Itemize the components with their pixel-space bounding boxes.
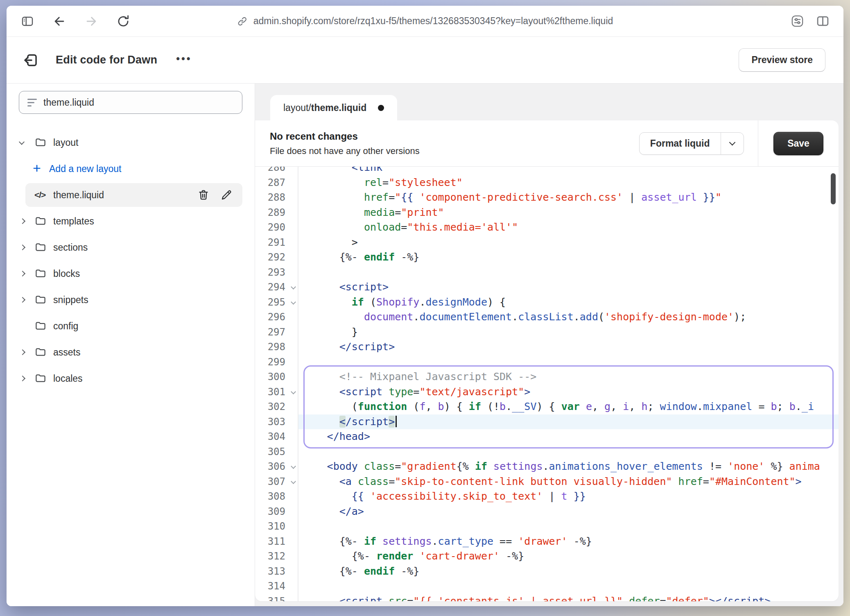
code-line-315[interactable]: <script src="{{ 'constants.js' | asset_u… <box>298 594 839 602</box>
code-line-294[interactable]: <script> <box>298 280 839 295</box>
code-line-310[interactable] <box>298 519 839 534</box>
code-line-307[interactable]: <a class="skip-to-content-link button vi… <box>298 474 839 489</box>
back-icon[interactable] <box>52 14 66 28</box>
code-line-304[interactable]: </head> <box>298 429 839 444</box>
sidebar-item-layout[interactable]: layout <box>7 129 255 156</box>
chevron-down-icon[interactable] <box>20 140 34 145</box>
preview-store-button[interactable]: Preview store <box>739 48 825 72</box>
code-line-306[interactable]: <body class="gradient{% if settings.anim… <box>298 459 839 474</box>
gutter-line-297: 297 <box>255 325 298 340</box>
chevron-right-icon[interactable] <box>20 245 34 249</box>
scrollbar-thumb[interactable] <box>831 173 836 204</box>
code-line-313[interactable]: {%- endif -%} <box>298 564 839 579</box>
line-number-gutter: 2862872882892902912922932942952962972982… <box>255 167 298 601</box>
chevron-right-icon[interactable] <box>20 272 34 276</box>
gutter-line-286: 286 <box>255 167 298 175</box>
save-button[interactable]: Save <box>773 132 823 155</box>
code-line-290[interactable]: onload="this.media='all'" <box>298 220 839 235</box>
address-bar[interactable]: admin.shopify.com/store/rzq1xu-f5/themes… <box>237 6 613 36</box>
trash-icon[interactable] <box>197 189 210 201</box>
sidebar-item-blocks[interactable]: blocks <box>7 260 255 287</box>
code-line-297[interactable]: } <box>298 325 839 340</box>
changes-subtext: File does not have any other versions <box>270 146 639 156</box>
sidebar-item-add-a-new-layout[interactable]: +Add a new layout <box>7 156 255 182</box>
code-line-314[interactable] <box>298 579 839 594</box>
code-line-287[interactable]: rel="stylesheet" <box>298 175 839 190</box>
more-actions-button[interactable]: ••• <box>176 53 192 65</box>
chevron-right-icon[interactable] <box>20 298 34 302</box>
editor-panel: No recent changes File does not have any… <box>255 120 839 601</box>
sidebar-item-sections[interactable]: sections <box>7 234 255 260</box>
fold-chevron-icon[interactable] <box>291 389 296 394</box>
sidebar-toggle-icon[interactable] <box>20 14 34 28</box>
plus-icon: + <box>33 161 49 175</box>
file-tree: layout+Add a new layout</>theme.liquidte… <box>7 129 255 392</box>
tab-label: layout/theme.liquid <box>283 102 366 113</box>
sidebar-item-templates[interactable]: templates <box>7 208 255 234</box>
file-filter-input[interactable] <box>43 97 234 108</box>
sidebar-item-locales[interactable]: locales <box>7 365 255 392</box>
code-line-305[interactable] <box>298 444 839 460</box>
tab-theme-liquid[interactable]: layout/theme.liquid <box>270 95 397 120</box>
app-header: Edit code for Dawn ••• Preview store <box>7 37 843 84</box>
code-line-296[interactable]: document.documentElement.classList.add('… <box>298 310 839 325</box>
editor-content: layout/theme.liquid No recent changes Fi… <box>255 84 843 606</box>
sidebar-item-config[interactable]: config <box>7 313 255 339</box>
folder-icon <box>34 267 53 280</box>
format-liquid-button[interactable]: Format liquid <box>640 133 721 154</box>
pencil-icon[interactable] <box>220 189 233 201</box>
page-settings-icon[interactable] <box>790 14 804 28</box>
desktop-background: admin.shopify.com/store/rzq1xu-f5/themes… <box>0 0 850 616</box>
code-line-292[interactable]: {%- endif -%} <box>298 250 839 265</box>
code-line-286[interactable]: <link <box>298 167 839 175</box>
fold-chevron-icon[interactable] <box>291 479 296 484</box>
code-line-309[interactable]: </a> <box>298 504 839 519</box>
sidebar-item-assets[interactable]: assets <box>7 339 255 365</box>
gutter-line-301: 301 <box>255 385 298 400</box>
folder-icon <box>34 372 53 385</box>
code-line-308[interactable]: {{ 'accessibility.skip_to_text' | t }} <box>298 489 839 504</box>
code-line-301[interactable]: <script type="text/javascript"> <box>298 385 839 400</box>
changes-heading: No recent changes <box>270 131 639 142</box>
gutter-line-288: 288 <box>255 190 298 205</box>
gutter-line-312: 312 <box>255 549 298 564</box>
sidebar-item-theme-liquid[interactable]: </>theme.liquid <box>25 183 242 207</box>
file-actions <box>197 189 233 201</box>
sidebar-item-snippets[interactable]: snippets <box>7 287 255 313</box>
gutter-line-310: 310 <box>255 519 298 534</box>
code-line-311[interactable]: {%- if settings.cart_type == 'drawer' -%… <box>298 534 839 549</box>
chevron-right-icon[interactable] <box>20 219 34 223</box>
code-line-291[interactable]: > <box>298 235 839 250</box>
fold-chevron-icon[interactable] <box>291 284 296 290</box>
code-line-288[interactable]: href="{{ 'component-predictive-search.cs… <box>298 190 839 205</box>
gutter-line-290: 290 <box>255 220 298 235</box>
code-line-302[interactable]: (function (f, b) { if (!b.__SV) { var e,… <box>298 399 839 414</box>
browser-window: admin.shopify.com/store/rzq1xu-f5/themes… <box>7 6 843 606</box>
gutter-line-294: 294 <box>255 280 298 295</box>
code-line-312[interactable]: {%- render 'cart-drawer' -%} <box>298 549 839 564</box>
chevron-right-icon[interactable] <box>20 376 34 380</box>
code-line-295[interactable]: if (Shopify.designMode) { <box>298 295 839 310</box>
sidebar-item-label: snippets <box>53 294 88 306</box>
page-title: Edit code for Dawn <box>56 54 157 66</box>
code-line-300[interactable]: <!-- Mixpanel Javascript SDK --> <box>298 369 839 385</box>
split-view-icon[interactable] <box>816 14 830 28</box>
gutter-line-299: 299 <box>255 355 298 370</box>
code-line-289[interactable]: media="print" <box>298 205 839 220</box>
format-options-chevron[interactable] <box>721 133 744 154</box>
chevron-right-icon[interactable] <box>20 350 34 354</box>
code-editor[interactable]: 2862872882892902912922932942952962972982… <box>255 167 839 601</box>
exit-editor-icon[interactable] <box>23 51 41 69</box>
code-lines[interactable]: <link rel="stylesheet" href="{{ 'compone… <box>298 167 839 601</box>
code-line-293[interactable] <box>298 265 839 280</box>
gutter-line-287: 287 <box>255 175 298 190</box>
reload-icon[interactable] <box>116 14 130 28</box>
code-line-299[interactable] <box>298 355 839 370</box>
forward-icon[interactable] <box>84 14 98 28</box>
code-line-298[interactable]: </script> <box>298 340 839 355</box>
code-line-303[interactable]: </script> <box>298 414 839 430</box>
fold-chevron-icon[interactable] <box>291 464 296 469</box>
gutter-line-293: 293 <box>255 265 298 280</box>
fold-chevron-icon[interactable] <box>291 299 296 305</box>
folder-icon <box>34 346 53 358</box>
